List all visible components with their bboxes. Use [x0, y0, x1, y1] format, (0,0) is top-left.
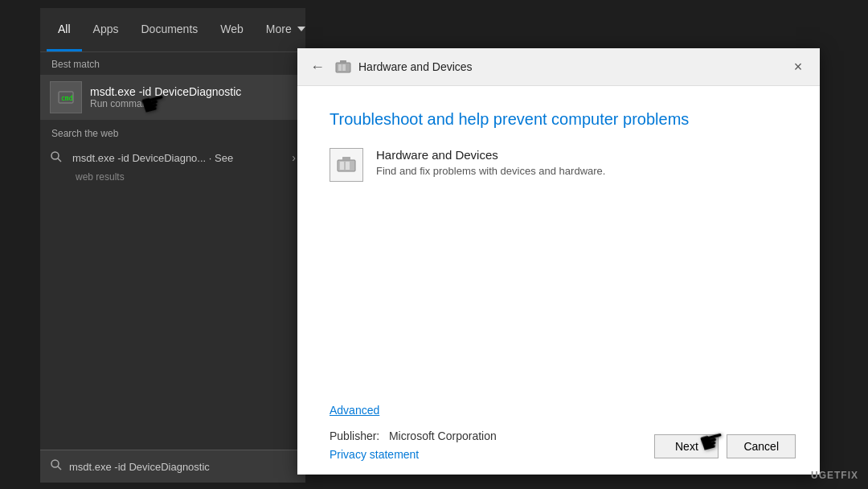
cancel-button[interactable]: Cancel	[727, 434, 796, 458]
web-subtext: web results	[40, 171, 305, 187]
best-match-item[interactable]: cmd msdt.exe -id DeviceDiagnostic Run co…	[40, 75, 305, 120]
svg-rect-9	[340, 60, 346, 63]
tab-web[interactable]: Web	[209, 8, 255, 51]
tab-more[interactable]: More	[255, 8, 317, 51]
svg-rect-8	[342, 64, 346, 71]
best-match-text: msdt.exe -id DeviceDiagnostic Run comman…	[90, 85, 241, 109]
svg-line-5	[58, 466, 61, 470]
dialog-title-left: ← Hardware and Devices	[307, 58, 473, 76]
troubleshoot-item-title: Hardware and Devices	[376, 148, 605, 162]
search-icon	[50, 150, 64, 165]
search-panel: All Apps Documents Web More Best match c…	[40, 8, 305, 483]
best-match-subtitle: Run command	[90, 98, 241, 109]
tab-apps[interactable]: Apps	[82, 8, 130, 51]
dialog-titlebar: ← Hardware and Devices ×	[297, 48, 820, 86]
privacy-link[interactable]: Privacy statement	[330, 448, 419, 461]
tab-all[interactable]: All	[47, 8, 82, 51]
next-button[interactable]: Next	[654, 434, 719, 458]
search-tabs: All Apps Documents Web More	[40, 8, 305, 52]
dialog-buttons: Next Cancel	[654, 434, 796, 458]
svg-rect-12	[346, 162, 350, 170]
best-match-label: Best match	[40, 52, 305, 75]
svg-line-3	[58, 158, 61, 162]
svg-rect-13	[342, 157, 350, 160]
troubleshoot-item: Hardware and Devices Find and fix proble…	[330, 148, 788, 182]
troubleshoot-item-details: Hardware and Devices Find and fix proble…	[376, 148, 605, 177]
svg-rect-7	[338, 64, 342, 71]
hardware-item-icon	[330, 148, 363, 182]
search-bar-value: msdt.exe -id DeviceDiagnostic	[69, 461, 210, 473]
dialog-footer: Advanced Publisher: Microsoft Corporatio…	[297, 390, 820, 475]
best-match-title: msdt.exe -id DeviceDiagnostic	[90, 85, 241, 98]
publisher-value: Microsoft Corporation	[389, 429, 497, 442]
troubleshoot-dialog: ← Hardware and Devices × Troubleshoot an…	[297, 48, 820, 475]
dialog-back-button[interactable]: ←	[307, 59, 328, 76]
watermark: UGETFIX	[811, 470, 858, 481]
hardware-title-icon	[334, 58, 352, 76]
advanced-link[interactable]: Advanced	[330, 404, 379, 417]
search-bar-icon	[50, 458, 63, 475]
web-arrow-icon: ›	[292, 151, 296, 164]
troubleshoot-item-desc: Find and fix problems with devices and h…	[376, 165, 605, 177]
web-section-label: Search the web	[40, 120, 305, 144]
svg-rect-11	[340, 162, 344, 170]
dialog-close-button[interactable]: ×	[786, 55, 810, 79]
tab-documents[interactable]: Documents	[129, 8, 209, 51]
chevron-down-icon	[297, 27, 305, 31]
web-search-text: msdt.exe -id DeviceDiagno... · See	[72, 152, 292, 164]
publisher-label: Publisher:	[330, 429, 379, 442]
svg-point-2	[51, 152, 59, 159]
run-command-icon: cmd	[50, 81, 82, 113]
svg-text:cmd: cmd	[61, 95, 73, 102]
svg-point-4	[51, 460, 59, 467]
search-bar[interactable]: msdt.exe -id DeviceDiagnostic	[40, 450, 305, 483]
dialog-title-text: Hardware and Devices	[358, 60, 473, 73]
dialog-content: Troubleshoot and help prevent computer p…	[297, 86, 820, 390]
dialog-heading: Troubleshoot and help prevent computer p…	[330, 110, 788, 129]
web-search-item[interactable]: msdt.exe -id DeviceDiagno... · See ›	[40, 144, 305, 171]
